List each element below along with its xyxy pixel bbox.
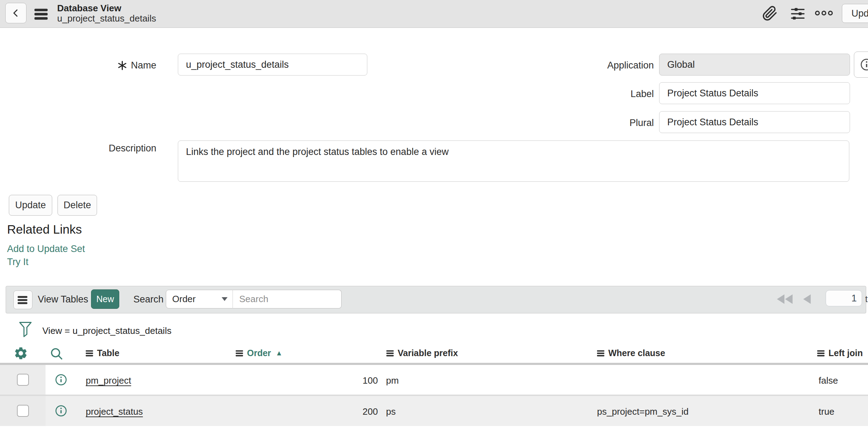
cell-variable-prefix: pm	[386, 375, 399, 386]
personalize-list-button[interactable]	[13, 346, 28, 361]
search-label: Search	[133, 294, 164, 305]
column-menu-icon	[597, 350, 605, 357]
label-label: Label	[512, 89, 654, 100]
column-header-table[interactable]: Table	[86, 348, 119, 358]
page-subtitle: u_project_status_details	[57, 13, 156, 23]
column-header-where-clause[interactable]: Where clause	[597, 348, 665, 358]
search-field-selected: Order	[172, 294, 195, 305]
column-header-label: Table	[97, 348, 119, 358]
column-header-variable-prefix[interactable]: Variable prefix	[386, 348, 458, 358]
gear-icon	[13, 346, 28, 361]
label-field[interactable]	[659, 82, 850, 104]
cell-left-join: true	[819, 406, 834, 417]
list-search-toggle-button[interactable]	[49, 347, 64, 361]
column-header-label: Order	[247, 348, 271, 358]
list-search-input[interactable]	[233, 290, 342, 308]
attachment-button[interactable]	[762, 5, 778, 22]
delete-button[interactable]: Delete	[58, 195, 97, 216]
double-chevron-left-icon	[776, 294, 795, 304]
column-header-left-join[interactable]: Left join	[817, 348, 863, 358]
header-update-button[interactable]: Update	[842, 4, 868, 23]
page-range-suffix: to	[865, 294, 868, 304]
related-links-heading: Related Links	[7, 222, 82, 236]
database-view-page: Database View u_project_status_details U…	[0, 0, 868, 432]
application-label: Application	[512, 60, 654, 71]
chevron-left-icon	[11, 7, 21, 19]
column-header-label: Variable prefix	[398, 348, 458, 358]
chevron-left-arrow-icon	[803, 294, 812, 304]
table-row: project_status 200 ps ps_project=pm_sys_…	[0, 396, 868, 426]
ellipsis-icon	[814, 10, 833, 17]
cell-variable-prefix: ps	[386, 406, 396, 417]
page-number-input[interactable]	[826, 290, 862, 306]
column-menu-icon	[817, 350, 825, 357]
form-context-menu-icon[interactable]	[34, 7, 51, 21]
name-field[interactable]	[178, 54, 367, 76]
column-menu-icon	[386, 350, 394, 357]
name-label: Name	[56, 60, 156, 71]
plural-field[interactable]	[659, 111, 850, 133]
cell-where-clause: ps_project=pm_sys_id	[597, 406, 688, 417]
funnel-icon	[19, 320, 32, 339]
try-it-link[interactable]: Try It	[7, 257, 29, 268]
hamburger-icon	[18, 295, 28, 305]
sliders-icon	[790, 6, 806, 21]
info-icon	[55, 373, 67, 386]
previous-page-button[interactable]	[803, 294, 812, 304]
add-to-update-set-link[interactable]: Add to Update Set	[7, 244, 85, 254]
cell-order: 200	[296, 406, 378, 417]
row-checkbox[interactable]	[17, 374, 29, 386]
column-header-label: Where clause	[608, 348, 665, 358]
table-row: pm_project 100 pm false	[0, 365, 868, 395]
app-header: Database View u_project_status_details U…	[0, 0, 868, 28]
table-record-link[interactable]: project_status	[86, 406, 143, 417]
plural-label: Plural	[512, 118, 654, 128]
list-context-menu-button[interactable]	[13, 290, 32, 309]
description-field[interactable]: Links the project and the project status…	[178, 140, 849, 182]
column-menu-icon	[236, 350, 244, 357]
application-field	[659, 54, 850, 76]
sort-ascending-icon: ▲	[276, 349, 283, 357]
info-icon	[55, 404, 67, 417]
description-label: Description	[56, 143, 156, 154]
update-button[interactable]: Update	[9, 195, 52, 216]
chevron-down-icon	[222, 297, 228, 301]
cell-order: 100	[296, 375, 378, 386]
cell-left-join: false	[819, 375, 838, 386]
personalize-form-button[interactable]	[790, 6, 806, 21]
column-header-label: Left join	[828, 348, 863, 358]
list-title: View Tables	[38, 294, 88, 305]
row-checkbox[interactable]	[17, 405, 29, 417]
info-icon	[860, 58, 868, 71]
table-record-link[interactable]: pm_project	[86, 375, 131, 386]
more-options-button[interactable]	[814, 10, 833, 17]
search-field-select[interactable]: Order	[166, 290, 233, 308]
new-button[interactable]: New	[91, 289, 119, 309]
search-icon	[49, 347, 64, 361]
column-menu-icon	[86, 350, 94, 357]
back-button[interactable]	[5, 3, 26, 23]
column-header-order[interactable]: Order ▲	[236, 348, 283, 358]
filter-breadcrumb[interactable]: View = u_project_status_details	[42, 325, 171, 336]
filter-toggle-button[interactable]	[19, 320, 32, 339]
first-page-button[interactable]	[776, 294, 795, 304]
row-info-button[interactable]	[55, 373, 67, 386]
row-info-button[interactable]	[55, 404, 67, 417]
page-title: Database View	[57, 3, 121, 13]
application-info-button[interactable]	[854, 52, 868, 78]
paperclip-icon	[762, 5, 778, 22]
